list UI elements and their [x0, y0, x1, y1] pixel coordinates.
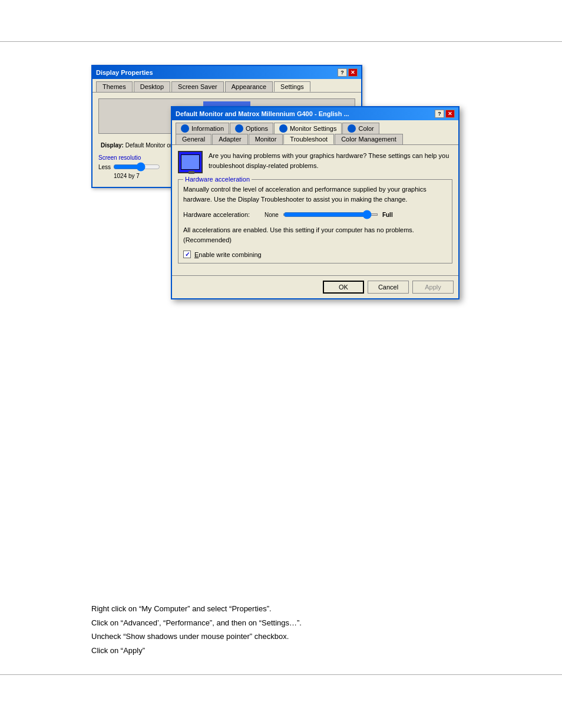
tab-monitor[interactable]: Monitor — [249, 134, 283, 144]
tab-information[interactable]: Information — [176, 123, 229, 134]
instruction-line-2: Click on “Advanced’, “Performance”, and … — [91, 616, 302, 630]
slider-row: Hardware acceleration: None Full — [183, 209, 447, 220]
information-tab-icon — [181, 124, 189, 133]
tab-themes[interactable]: Themes — [96, 81, 133, 92]
instruction-line-1: Right click on “My Computer” and select … — [91, 602, 302, 615]
slider-label: Hardware acceleration: — [183, 211, 260, 218]
enable-write-combining-text: nable write combining — [199, 251, 261, 258]
color-tab-icon — [348, 124, 356, 133]
display-value: Default Monitor on — [125, 142, 174, 149]
ok-button[interactable]: OK — [323, 281, 364, 294]
display-props-titlebar: Display Properties ? ✕ — [92, 66, 361, 79]
enable-write-combining-checkbox[interactable]: ✓ — [183, 251, 191, 258]
display-props-controls: ? ✕ — [338, 68, 358, 77]
monitor-tabs-row1: Information Options Monitor Settings Col… — [172, 120, 458, 134]
tab-color-label: Color — [358, 125, 373, 132]
tab-general[interactable]: General — [176, 134, 211, 144]
slider-full-label: Full — [382, 212, 393, 218]
monitor-header-row: Are you having problems with your graphi… — [178, 151, 452, 173]
hw-accel-slider-track — [283, 209, 378, 220]
tab-options[interactable]: Options — [230, 123, 273, 134]
tab-information-label: Information — [191, 125, 224, 132]
hw-accel-description: Manually control the level of accelerati… — [183, 185, 447, 204]
instruction-line-3: Uncheck “Show shadows under mouse pointe… — [91, 630, 302, 643]
monitor-tabs-row2: General Adapter Monitor Troubleshoot Col… — [172, 134, 458, 145]
cancel-button[interactable]: Cancel — [368, 281, 409, 294]
display-props-tabs: Themes Desktop Screen Saver Appearance S… — [92, 79, 361, 93]
monitor-titlebar: Default Monitor and Matrox Millennium G4… — [172, 107, 458, 120]
monitor-screen-icon — [181, 154, 200, 170]
top-divider — [0, 41, 562, 42]
monitor-icon — [178, 151, 203, 173]
monitor-close-button[interactable]: ✕ — [445, 110, 455, 118]
tab-screensaver[interactable]: Screen Saver — [171, 81, 224, 92]
help-button[interactable]: ? — [338, 68, 347, 77]
monitor-title: Default Monitor and Matrox Millennium G4… — [176, 110, 349, 117]
tab-color-management[interactable]: Color Management — [335, 134, 403, 144]
monitor-header-text: Are you having problems with your graphi… — [209, 151, 452, 170]
monitor-help-button[interactable]: ? — [435, 110, 444, 118]
monitor-footer: OK Cancel Apply — [172, 275, 458, 298]
resolution-slider[interactable] — [113, 162, 160, 172]
instruction-line-4: Click on “Apply” — [91, 644, 302, 657]
tab-monitor-settings-label: Monitor Settings — [290, 125, 336, 132]
tab-adapter[interactable]: Adapter — [212, 134, 248, 144]
enable-write-combining-row: ✓ Enable write combining — [183, 251, 447, 258]
enable-write-combining-label: Enable write combining — [194, 251, 262, 258]
tab-options-label: Options — [246, 125, 268, 132]
tab-appearance[interactable]: Appearance — [225, 81, 273, 92]
monitor-controls: ? ✕ — [435, 110, 455, 118]
display-label: Display: — [101, 142, 124, 149]
tab-monitor-settings[interactable]: Monitor Settings — [274, 123, 342, 134]
tab-color[interactable]: Color — [342, 123, 379, 134]
tab-troubleshoot[interactable]: Troubleshoot — [283, 134, 334, 144]
less-label: Less — [98, 164, 111, 170]
monitor-settings-tab-icon — [279, 124, 287, 133]
monitor-body: Are you having problems with your graphi… — [172, 145, 458, 275]
slider-none-label: None — [265, 212, 279, 218]
monitor-stand-icon — [189, 171, 194, 174]
monitor-settings-window: Default Monitor and Matrox Millennium G4… — [171, 106, 459, 299]
accel-status-text: All accelerations are enabled. Use this … — [183, 225, 447, 245]
close-button[interactable]: ✕ — [348, 68, 358, 77]
display-props-title: Display Properties — [96, 69, 153, 76]
tab-settings[interactable]: Settings — [274, 81, 310, 92]
hw-accel-slider[interactable] — [283, 210, 372, 219]
options-tab-icon — [235, 124, 243, 133]
checkbox-check-mark: ✓ — [185, 251, 190, 258]
page-content: Display Properties ? ✕ Themes Desktop Sc… — [0, 47, 562, 728]
apply-button[interactable]: Apply — [412, 281, 454, 294]
instructions-block: Right click on “My Computer” and select … — [91, 602, 302, 657]
tab-desktop[interactable]: Desktop — [134, 81, 170, 92]
hw-accel-legend: Hardware acceleration — [183, 176, 252, 183]
hw-accel-section: Hardware acceleration Manually control t… — [178, 179, 452, 263]
